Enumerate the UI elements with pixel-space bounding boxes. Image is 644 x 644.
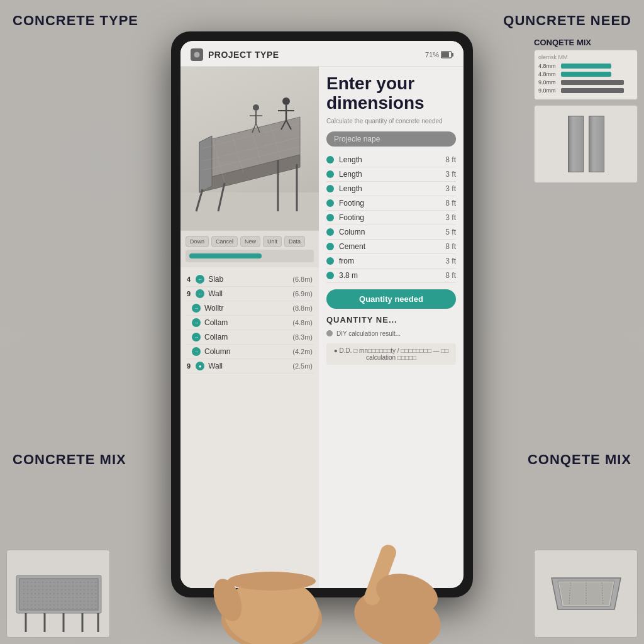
hands-container: [133, 518, 511, 644]
list-bullet: →: [192, 304, 201, 313]
foundation-svg: [7, 550, 111, 638]
mix-row: 4.8mm: [538, 63, 633, 69]
dim-value: 8 ft: [445, 271, 456, 280]
dimension-item: Footing 3 ft: [326, 211, 456, 225]
nav-row[interactable]: Down Cancel New Unit Data: [186, 236, 314, 247]
mix-chart: olerrisk MM 4.8mm 4.8mm 9.0mm 9.0mm: [534, 50, 638, 100]
list-item: → Column (4.2m): [186, 345, 314, 359]
dim-bullet: [326, 257, 334, 265]
dim-bullet: [326, 228, 334, 236]
tablet-device: PROJECT TYPE 71%: [171, 31, 473, 597]
dimension-item: from 3 ft: [326, 254, 456, 269]
svg-point-47: [228, 572, 316, 591]
nav-btn-new[interactable]: New: [240, 236, 260, 247]
dim-label: Length: [339, 155, 362, 164]
foundation-sketch: [6, 550, 110, 638]
dim-bullet: [326, 156, 334, 164]
left-panel: Down Cancel New Unit Data 4 ← S: [180, 67, 319, 588]
list-bullet: ←: [196, 275, 204, 284]
dim-label: Column: [339, 228, 365, 236]
quantity-result-header: QUANTITY NE...: [326, 315, 456, 325]
dim-bullet: [326, 185, 334, 192]
dimension-item: Cement 8 ft: [326, 240, 456, 254]
dim-label: Length: [339, 184, 362, 193]
list-bullet: →: [192, 347, 201, 356]
corner-label-bottom-right: CONQETE MIX: [528, 452, 631, 468]
nav-btn-unit[interactable]: Unit: [263, 236, 282, 247]
svg-rect-17: [452, 53, 453, 57]
dim-value: 8 ft: [445, 155, 456, 164]
app-header-left: PROJECT TYPE: [191, 48, 279, 61]
dim-value: 3 ft: [445, 184, 456, 193]
dim-label: 3.8 m: [339, 271, 358, 280]
list-bullet: →: [192, 333, 201, 341]
dim-bullet: [326, 243, 334, 250]
corner-label-bottom-left: CONCRETE MIX: [13, 452, 126, 468]
mix-row: 9.0mm: [538, 87, 633, 94]
main-heading: Enter your dimensions: [326, 74, 456, 113]
nav-btn-cancel[interactable]: Cancel: [211, 236, 238, 247]
left-hand-svg: [209, 531, 335, 644]
corner-label-top-right: QUNCRETE NEED: [503, 13, 631, 29]
list-item: → Wolltr (8.8m): [186, 301, 314, 316]
svg-rect-7: [21, 580, 97, 609]
result-text: DIY calculation result...: [336, 330, 401, 337]
svg-point-39: [253, 104, 259, 111]
list-bullet: ←: [196, 289, 204, 298]
battery-text: 71%: [425, 51, 439, 58]
list-label: Collam: [204, 318, 228, 327]
result-row: DIY calculation result...: [326, 328, 456, 340]
dim-label: Footing: [339, 199, 364, 208]
dim-value: 3 ft: [445, 257, 456, 265]
svg-rect-19: [180, 192, 319, 230]
dim-bullet: [326, 170, 334, 178]
svg-rect-18: [441, 52, 449, 57]
dim-bullet: [326, 272, 334, 279]
list-value: (4.2m): [292, 348, 313, 355]
dimension-item: Length 3 ft: [326, 182, 456, 196]
subtitle: Calculate the quantity of concrete neede…: [326, 117, 456, 125]
list-item: 4 ← Slab (6.8m): [186, 272, 314, 287]
svg-point-15: [194, 52, 200, 58]
progress-area: [186, 250, 314, 262]
app-header: PROJECT TYPE 71%: [180, 41, 464, 67]
dim-value: 3 ft: [445, 213, 456, 222]
mix-chart-decoration: CONQETE MIX olerrisk MM 4.8mm 4.8mm 9.0m…: [534, 38, 638, 183]
list-item: → Collam (4.8m): [186, 316, 314, 330]
dim-value: 5 ft: [445, 228, 456, 236]
dim-value: 3 ft: [445, 170, 456, 179]
app-icon-svg: [193, 51, 201, 58]
battery-indicator: 71%: [425, 51, 453, 58]
tablet-screen: PROJECT TYPE 71%: [180, 41, 464, 588]
list-bullet: ●: [196, 362, 204, 370]
slab-svg: [180, 67, 319, 230]
list-label: Collam: [204, 333, 228, 341]
right-hand: [335, 518, 460, 644]
battery-icon: [441, 51, 453, 58]
calculation-summary: ● D.D. □ mn□□□□□□ty / □□□□□□□□ — □□ calc…: [326, 343, 456, 365]
list-label: Wolltr: [204, 304, 223, 313]
list-item: 9 ← Wall (6.9m): [186, 287, 314, 301]
right-panel: Enter your dimensions Calculate the quan…: [319, 67, 464, 588]
nav-btn-data[interactable]: Data: [284, 236, 305, 247]
tray-sketch: [534, 550, 638, 638]
project-type-badge[interactable]: Projecle nape: [326, 131, 456, 147]
dimensions-list: Length 8 ft Length 3 ft Length 3 ft: [326, 153, 456, 283]
construction-image: [180, 67, 319, 230]
app-content: Down Cancel New Unit Data 4 ← S: [180, 67, 464, 588]
list-value: (8.8m): [292, 304, 313, 312]
dim-bullet: [326, 214, 334, 221]
list-item-wall: 9 ● Wall (2.5m): [186, 359, 314, 374]
list-value: (8.3m): [292, 333, 313, 341]
svg-marker-22: [199, 136, 212, 192]
dim-label: Footing: [339, 213, 364, 222]
dim-value: 8 ft: [445, 242, 456, 251]
list-label: Wall: [208, 289, 223, 298]
list-bullet: →: [192, 318, 201, 327]
app-title: PROJECT TYPE: [208, 50, 279, 60]
list-item: → Collam (8.3m): [186, 330, 314, 345]
nav-btn-down[interactable]: Down: [186, 236, 209, 247]
list-value: (6.9m): [292, 290, 313, 297]
quantity-needed-button[interactable]: Quantity needed: [326, 289, 456, 309]
tray-svg: [545, 565, 627, 622]
